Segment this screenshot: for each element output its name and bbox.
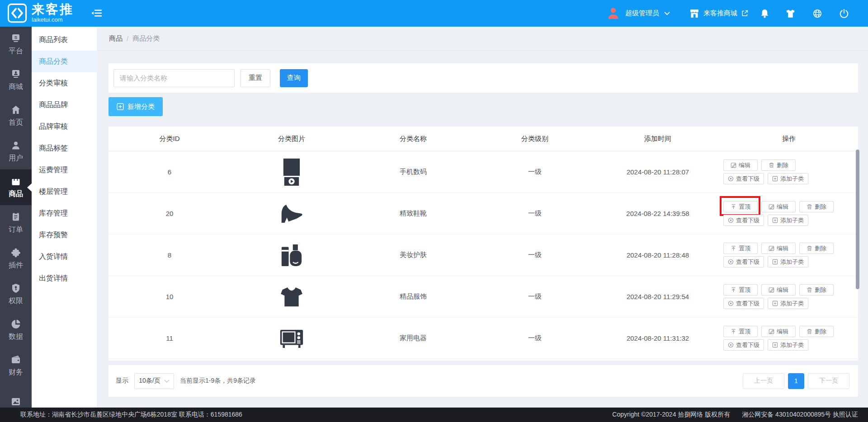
submenu-item-inbound-detail[interactable]: 入货详情 (32, 246, 97, 267)
prev-page-button[interactable]: 上一页 (743, 373, 784, 389)
pin-button[interactable]: 置顶 (723, 243, 758, 254)
sidebar-collapse-button[interactable] (91, 9, 102, 18)
category-time: 2024-08-20 11:31:32 (596, 334, 720, 342)
add-child-button[interactable]: 添加子类 (768, 339, 808, 351)
pin-button[interactable]: 置顶 (723, 201, 758, 212)
category-level: 一级 (474, 251, 596, 259)
chevron-down-icon (164, 380, 170, 383)
category-id: 6 (108, 168, 231, 176)
category-name: 精品服饰 (353, 292, 474, 301)
view-sub-button[interactable]: 查看下级 (723, 339, 764, 351)
button-label: 查看下级 (736, 175, 760, 183)
delete-icon (769, 162, 774, 168)
view-sub-button[interactable]: 查看下级 (723, 256, 764, 267)
sidebar-item-platform[interactable]: S平台 (0, 27, 32, 62)
actions-line-1: 置顶编辑删除 (723, 326, 858, 337)
language-button[interactable] (812, 9, 822, 19)
shop-link[interactable]: 来客推商城 (689, 0, 749, 27)
edit-button[interactable]: 编辑 (761, 326, 796, 337)
next-page-button[interactable]: 下一页 (808, 373, 849, 389)
button-label: 编辑 (739, 161, 750, 169)
svg-text:S: S (14, 35, 17, 40)
sidebar-item-label: 用户 (9, 154, 23, 163)
logout-button[interactable] (839, 9, 849, 19)
button-label: 添加子类 (780, 258, 804, 266)
secondary-sidebar: 商品列表商品分类分类审核商品品牌品牌审核商品标签运费管理楼层管理库存管理库存预警… (32, 27, 97, 408)
delete-button[interactable]: 删除 (799, 243, 834, 254)
column-header-id: 分类ID (108, 135, 231, 143)
footer-beian[interactable]: 湘公网安备 43010402000895号 执照认证 (742, 411, 858, 419)
pin-button[interactable]: 置顶 (723, 326, 758, 337)
page-1-button[interactable]: 1 (788, 373, 804, 389)
sidebar-item-home[interactable]: 首页 (0, 98, 32, 134)
edit-icon (769, 204, 774, 210)
add-category-button[interactable]: 新增分类 (108, 97, 163, 116)
table-scrollbar[interactable] (856, 150, 859, 289)
actions-line-2: 查看下级添加子类 (723, 339, 858, 351)
button-label: 删除 (815, 328, 826, 336)
brand-name: 来客推 (32, 3, 74, 16)
add-child-button[interactable]: 添加子类 (768, 298, 808, 309)
delete-button[interactable]: 删除 (761, 159, 796, 171)
sidebar-item-finance[interactable]: 财务 (0, 348, 32, 384)
edit-button[interactable]: 编辑 (723, 159, 758, 171)
button-label: 添加子类 (780, 341, 804, 349)
active-item-arrow (27, 183, 32, 192)
submenu-item-floor-manage[interactable]: 楼层管理 (32, 181, 97, 202)
edit-button[interactable]: 编辑 (761, 201, 796, 212)
sidebar-item-order[interactable]: 订单 (0, 205, 32, 241)
sidebar-item-label: 商城 (9, 82, 23, 92)
submenu-item-category-audit[interactable]: 分类审核 (32, 72, 97, 94)
category-image (231, 286, 353, 307)
button-label: 编辑 (777, 244, 788, 253)
delete-button[interactable]: 删除 (799, 284, 834, 295)
category-name: 家用电器 (353, 334, 474, 342)
view-sub-button[interactable]: 查看下级 (723, 173, 764, 184)
sidebar-item-media[interactable] (0, 384, 32, 408)
submenu-item-outbound-detail[interactable]: 出货详情 (32, 267, 97, 289)
view-sub-button[interactable]: 查看下级 (723, 215, 764, 226)
sidebar-item-goods[interactable]: 商品 (0, 169, 32, 205)
category-time: 2024-08-20 11:28:07 (596, 168, 720, 176)
search-input[interactable] (113, 69, 235, 87)
breadcrumb-item[interactable]: 商品 (109, 34, 123, 43)
reset-button[interactable]: 重置 (241, 69, 270, 87)
submenu-item-goods-brand[interactable]: 商品品牌 (32, 94, 97, 116)
button-label: 删除 (815, 203, 826, 211)
submenu-item-stock-manage[interactable]: 库存管理 (32, 202, 97, 224)
submenu-item-goods-category[interactable]: 商品分类 (32, 51, 97, 72)
submenu-item-brand-audit[interactable]: 品牌审核 (32, 116, 97, 137)
edit-button[interactable]: 编辑 (761, 284, 796, 295)
sidebar-item-mall[interactable]: 商城 (0, 62, 32, 98)
brand-domain: laiketui.com (32, 16, 74, 23)
add-child-button[interactable]: 添加子类 (768, 173, 808, 184)
sidebar-item-permission[interactable]: 权限 (0, 277, 32, 312)
submenu-item-goods-tag[interactable]: 商品标签 (32, 137, 97, 159)
page-size-select[interactable]: 10条/页 (134, 373, 174, 389)
mall-shortcut-button[interactable] (785, 8, 796, 19)
submenu-item-freight-manage[interactable]: 运费管理 (32, 159, 97, 181)
query-button[interactable]: 查询 (280, 69, 308, 87)
finance-icon (10, 354, 21, 365)
sidebar-item-label: 插件 (9, 261, 23, 270)
add-child-button[interactable]: 添加子类 (768, 256, 808, 267)
brand-logo[interactable]: 来客推 laiketui.com (7, 3, 74, 23)
submenu-item-stock-warning[interactable]: 库存预警 (32, 224, 97, 246)
sidebar-item-user[interactable]: 用户 (0, 134, 32, 169)
user-icon (10, 140, 21, 151)
external-link-icon (741, 9, 749, 17)
add-child-button[interactable]: 添加子类 (768, 215, 808, 226)
category-table: 分类ID 分类图片 分类名称 分类级别 添加时间 操作 6手机数码一级2024-… (108, 127, 858, 361)
delete-icon (807, 245, 812, 251)
edit-button[interactable]: 编辑 (761, 243, 796, 254)
pin-button[interactable]: 置顶 (723, 284, 758, 295)
notifications-button[interactable] (760, 8, 770, 19)
user-menu[interactable]: 超级管理员 (606, 0, 670, 27)
delete-button[interactable]: 删除 (799, 201, 834, 212)
sidebar-item-data[interactable]: 数据 (0, 312, 32, 348)
add-category-label: 新增分类 (127, 103, 155, 111)
sidebar-item-plugin[interactable]: 插件 (0, 241, 32, 277)
submenu-item-goods-list[interactable]: 商品列表 (32, 29, 97, 51)
view-sub-button[interactable]: 查看下级 (723, 298, 764, 309)
delete-button[interactable]: 删除 (799, 326, 834, 337)
